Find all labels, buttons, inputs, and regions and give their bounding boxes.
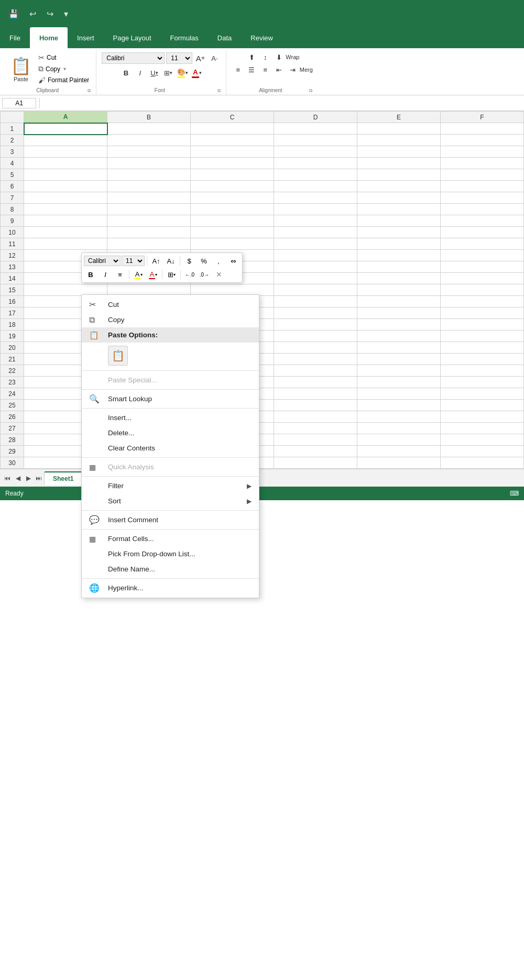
cell-B1[interactable] xyxy=(107,123,191,135)
cell-E15[interactable] xyxy=(357,284,441,296)
row-header-12[interactable]: 12 xyxy=(1,250,24,261)
cell-E18[interactable] xyxy=(357,319,441,331)
cell-F9[interactable] xyxy=(441,215,524,227)
row-header-3[interactable]: 3 xyxy=(1,146,24,158)
cell-E5[interactable] xyxy=(357,169,441,181)
cell-F1[interactable] xyxy=(441,123,524,135)
cell-A6[interactable] xyxy=(24,181,107,192)
row-header-2[interactable]: 2 xyxy=(1,135,24,146)
ctx-pick-dropdown[interactable]: Pick From Drop-down List... xyxy=(82,546,259,561)
copy-button[interactable]: ⧉ Copy ▾ xyxy=(37,63,91,74)
cell-F19[interactable] xyxy=(441,331,524,342)
cell-B8[interactable] xyxy=(107,204,191,215)
cell-F4[interactable] xyxy=(441,158,524,169)
quick-access-dropdown-icon[interactable]: ▾ xyxy=(61,7,71,21)
row-header-13[interactable]: 13 xyxy=(1,261,24,273)
mini-font-select[interactable]: Calibri xyxy=(84,256,121,266)
mini-font-color-button[interactable]: A ▾ xyxy=(146,268,160,281)
cell-E4[interactable] xyxy=(357,158,441,169)
cell-B7[interactable] xyxy=(107,192,191,204)
cell-C10[interactable] xyxy=(191,227,274,238)
cell-B9[interactable] xyxy=(107,215,191,227)
row-header-11[interactable]: 11 xyxy=(1,238,24,250)
cell-F3[interactable] xyxy=(441,146,524,158)
cell-D2[interactable] xyxy=(274,135,357,146)
row-header-29[interactable]: 29 xyxy=(1,446,24,457)
cell-E11[interactable] xyxy=(357,238,441,250)
cell-F15[interactable] xyxy=(441,284,524,296)
row-header-30[interactable]: 30 xyxy=(1,457,24,469)
tab-data[interactable]: Data xyxy=(208,27,241,48)
cell-D14[interactable] xyxy=(274,273,357,284)
cell-D29[interactable] xyxy=(274,446,357,457)
cell-E16[interactable] xyxy=(357,296,441,307)
alignment-expand-icon[interactable]: ⧉ xyxy=(309,88,312,94)
cell-F27[interactable] xyxy=(441,423,524,434)
cell-B6[interactable] xyxy=(107,181,191,192)
row-header-24[interactable]: 24 xyxy=(1,388,24,400)
cell-D15[interactable] xyxy=(274,284,357,296)
sheet-nav-next[interactable]: ▶ xyxy=(23,473,34,483)
cell-A2[interactable] xyxy=(24,135,107,146)
cell-B11[interactable] xyxy=(107,238,191,250)
cell-D23[interactable] xyxy=(274,377,357,388)
cell-C8[interactable] xyxy=(191,204,274,215)
cell-D22[interactable] xyxy=(274,365,357,377)
cell-E8[interactable] xyxy=(357,204,441,215)
mini-bold-button[interactable]: B xyxy=(84,268,97,281)
cell-A11[interactable] xyxy=(24,238,107,250)
cell-D24[interactable] xyxy=(274,388,357,400)
ctx-copy[interactable]: ⧉ Copy xyxy=(82,312,259,327)
cell-E3[interactable] xyxy=(357,146,441,158)
format-painter-button[interactable]: 🖌 Format Painter xyxy=(37,75,91,85)
mini-comma-button[interactable]: , xyxy=(212,255,225,267)
cell-B4[interactable] xyxy=(107,158,191,169)
cell-D4[interactable] xyxy=(274,158,357,169)
cell-D21[interactable] xyxy=(274,354,357,365)
cell-F30[interactable] xyxy=(441,457,524,469)
cell-C3[interactable] xyxy=(191,146,274,158)
cell-A4[interactable] xyxy=(24,158,107,169)
cell-C4[interactable] xyxy=(191,158,274,169)
decrease-indent-button[interactable]: ⇤ xyxy=(272,64,285,75)
mini-align-button[interactable]: ≡ xyxy=(113,268,127,281)
ctx-format-cells[interactable]: ▦ Format Cells... xyxy=(82,531,259,546)
cell-E6[interactable] xyxy=(357,181,441,192)
cell-E12[interactable] xyxy=(357,250,441,261)
ctx-delete[interactable]: Delete... xyxy=(82,425,259,441)
cell-C1[interactable] xyxy=(191,123,274,135)
cell-F8[interactable] xyxy=(441,204,524,215)
cell-F10[interactable] xyxy=(441,227,524,238)
italic-button[interactable]: I xyxy=(134,67,146,79)
paste-button[interactable]: 📋 Paste xyxy=(7,52,35,85)
cell-D8[interactable] xyxy=(274,204,357,215)
underline-button[interactable]: U ▾ xyxy=(148,67,160,79)
row-header-14[interactable]: 14 xyxy=(1,273,24,284)
cell-E2[interactable] xyxy=(357,135,441,146)
col-header-f[interactable]: F xyxy=(441,112,524,123)
cell-E28[interactable] xyxy=(357,434,441,446)
cell-D30[interactable] xyxy=(274,457,357,469)
bold-button[interactable]: B xyxy=(119,67,132,79)
col-header-c[interactable]: C xyxy=(191,112,274,123)
row-header-28[interactable]: 28 xyxy=(1,434,24,446)
row-header-6[interactable]: 6 xyxy=(1,181,24,192)
row-header-20[interactable]: 20 xyxy=(1,342,24,354)
undo-icon[interactable]: ↩ xyxy=(26,7,39,21)
cell-F26[interactable] xyxy=(441,411,524,423)
cell-E17[interactable] xyxy=(357,307,441,319)
cell-C7[interactable] xyxy=(191,192,274,204)
cell-D26[interactable] xyxy=(274,411,357,423)
cell-D7[interactable] xyxy=(274,192,357,204)
row-header-25[interactable]: 25 xyxy=(1,400,24,411)
fill-color-button[interactable]: 🎨 ▾ xyxy=(176,67,189,79)
align-bottom-button[interactable]: ⬇ xyxy=(272,51,285,63)
row-header-8[interactable]: 8 xyxy=(1,204,24,215)
cell-E13[interactable] xyxy=(357,261,441,273)
cell-F25[interactable] xyxy=(441,400,524,411)
mini-exchange-button[interactable]: ⇔ xyxy=(226,255,240,267)
tab-formulas[interactable]: Formulas xyxy=(161,27,208,48)
row-header-15[interactable]: 15 xyxy=(1,284,24,296)
cell-B2[interactable] xyxy=(107,135,191,146)
cell-B3[interactable] xyxy=(107,146,191,158)
